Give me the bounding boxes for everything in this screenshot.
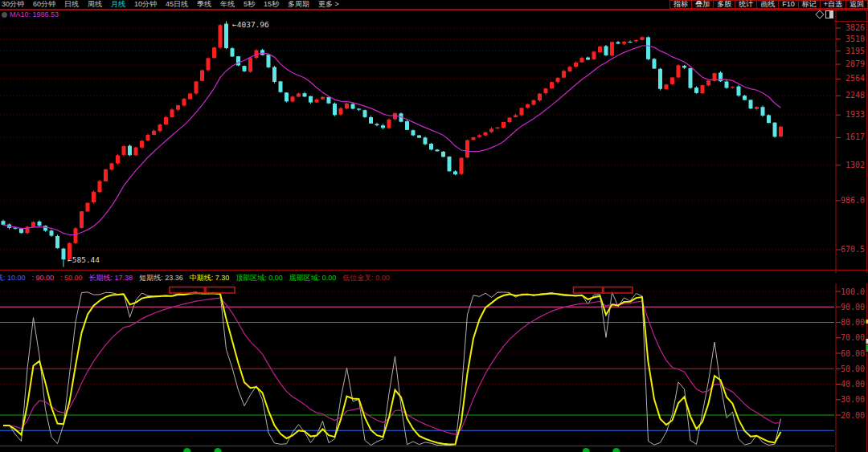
indicator-param-2: : 50.00 <box>60 273 83 283</box>
indicator-param-8: 低位金叉: 0.00 <box>342 273 390 283</box>
oscillator-tick-4: 60.00 <box>841 349 865 358</box>
price-tick-4: 2564 <box>845 74 865 83</box>
price-tick-6: 1933 <box>845 110 865 119</box>
indicator-param-4: 短期线: 23.36 <box>139 273 183 283</box>
oscillator-tick-6: 40.00 <box>841 380 865 389</box>
candlesticks <box>2 21 784 267</box>
indicator-dot-icon <box>2 12 7 18</box>
indicator-param-6: 顶部区域: 0.00 <box>235 273 283 283</box>
diamond-icon[interactable] <box>815 10 824 18</box>
oscillator-tick-0: 100.0 <box>841 287 865 296</box>
toolbar-separator <box>0 9 868 10</box>
period-tab-45day[interactable]: 45日线 <box>166 0 188 8</box>
period-tab-year[interactable]: 年线 <box>220 0 235 8</box>
toolbar-button-indicator[interactable]: 指标 <box>669 0 692 9</box>
toolbar-button-overlay[interactable]: 叠加 <box>691 0 714 9</box>
price-tick-2: 3195 <box>845 47 865 55</box>
period-tabs: 30分钟60分钟日线周线月线10分钟45日线季线年线5秒15秒多周期更多 > <box>2 0 339 8</box>
annotation-0: ←4037.96 <box>232 20 269 29</box>
oscillator-line-1 <box>3 298 781 434</box>
oscillator-tick-7: 30.00 <box>841 395 865 404</box>
indicator-param-1: : 90.00 <box>32 273 55 283</box>
period-tab-60min[interactable]: 60分钟 <box>33 0 55 8</box>
toolbar-button-back[interactable]: 返回 <box>845 0 868 9</box>
toolbar-button-draw-line[interactable]: 画线 <box>756 0 779 9</box>
mini-icons <box>815 10 834 18</box>
oscillator-tick-3: 70.00 <box>841 333 865 342</box>
price-tick-5: 2248 <box>845 91 865 100</box>
price-tick-7: 1617 <box>845 132 865 141</box>
indicator-param-5: 中期线: 7.30 <box>190 273 230 283</box>
indicator-param-3: 长期线: 17.38 <box>89 273 133 283</box>
split-view-icon[interactable] <box>825 10 833 18</box>
split-view-icon-fill <box>829 11 833 18</box>
toolbar-button-f10[interactable]: F10 <box>778 0 799 9</box>
period-tab-30min[interactable]: 30分钟 <box>2 0 24 8</box>
main-grid <box>0 28 834 250</box>
bottom-region-markers <box>183 448 620 452</box>
price-tick-0: 3826 <box>845 23 865 32</box>
period-tab-month[interactable]: 月线 <box>111 0 125 8</box>
period-tab-day[interactable]: 日线 <box>64 0 79 8</box>
price-tick-10: 670.5 <box>841 245 865 254</box>
oscillator-tick-8: 20.00 <box>841 411 865 420</box>
toolbar-buttons: 指标叠加多股统计画线F10标记+自选返回 <box>670 0 868 9</box>
period-tab-10min[interactable]: 10分钟 <box>134 0 157 8</box>
period-tab-quarter[interactable]: 季线 <box>197 0 211 8</box>
toolbar-button-add-watchlist[interactable]: +自选 <box>820 0 846 9</box>
oscillator-tick-2: 80.00 <box>841 318 865 327</box>
oscillator-axis: 100.090.0080.0070.0060.0050.0040.0030.00… <box>836 287 865 420</box>
price-tick-8: 1302 <box>845 161 865 169</box>
period-tab-week[interactable]: 周线 <box>88 0 102 8</box>
period-tab-more[interactable]: 更多 > <box>318 0 339 8</box>
period-tab-multicycle[interactable]: 多周期 <box>288 0 309 8</box>
period-tab-5sec[interactable]: 5秒 <box>244 0 255 8</box>
period-tab-15sec[interactable]: 15秒 <box>264 0 279 8</box>
toolbar-button-mark[interactable]: 标记 <box>798 0 821 9</box>
top-region-markers <box>170 287 633 294</box>
ma10-line <box>3 46 781 235</box>
price-tick-1: 3510 <box>845 35 865 43</box>
ma-indicator-row: MA10: 1986.53 <box>2 10 59 18</box>
annotation-1: ←585.44 <box>68 255 100 264</box>
toolbar: 30分钟60分钟日线周线月线10分钟45日线季线年线5秒15秒多周期更多 > 指… <box>0 0 868 9</box>
indicator-param-0: 线: 10.00 <box>0 273 26 283</box>
toolbar-button-multi-stock[interactable]: 多股 <box>713 0 735 9</box>
panel-grid <box>0 291 834 415</box>
oscillator-tick-1: 90.00 <box>841 303 865 312</box>
indicator-param-7: 底部区域: 0.00 <box>289 273 337 283</box>
ma-label: MA10: 1986.53 <box>10 10 59 18</box>
indicator-param-row: 线: 10.00: 90.00: 50.00长期线: 17.38短期线: 23.… <box>0 273 868 283</box>
price-tick-9: 986.0 <box>841 196 865 205</box>
oscillator-tick-5: 50.00 <box>841 364 865 373</box>
toolbar-button-stats[interactable]: 统计 <box>735 0 757 9</box>
price-tick-3: 2879 <box>845 59 865 68</box>
chart-canvas[interactable]: ←4037.96←585.443826351031952879256422481… <box>0 0 868 452</box>
